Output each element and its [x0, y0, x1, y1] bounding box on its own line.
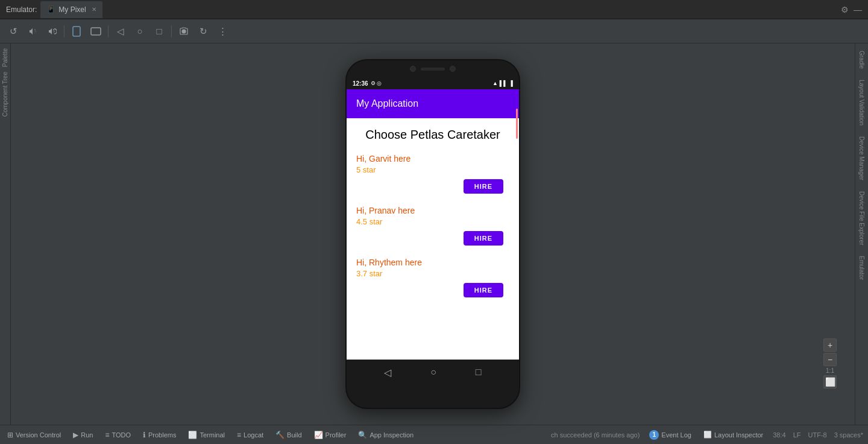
zoom-in-button[interactable]: +: [823, 338, 837, 352]
device-tab-name: My Pixel: [58, 5, 86, 14]
caretaker-item-1: Hi, Garvit here 5 star HIRE: [356, 154, 509, 194]
caretaker-name-1: Hi, Garvit here: [356, 154, 509, 163]
layout-validation-label[interactable]: Layout Validation: [857, 75, 866, 130]
rotate-left-button[interactable]: ↺: [5, 23, 22, 40]
sensor-dot: [450, 66, 456, 72]
version-control-label: Version Control: [16, 431, 61, 439]
app-inspection-tab[interactable]: 🔍 App Inspection: [356, 430, 416, 440]
separator-3: [171, 25, 172, 37]
volume-up-button[interactable]: [43, 23, 60, 40]
hire-btn-row-2: HIRE: [356, 231, 509, 246]
emulator-side-label[interactable]: Emulator: [857, 251, 866, 285]
gradle-label[interactable]: Gradle: [857, 46, 866, 74]
logcat-tab[interactable]: ≡ Logcat: [234, 430, 266, 440]
signal-icon: ▌▌: [500, 80, 508, 86]
event-log-badge: 1: [649, 430, 659, 440]
settings-icon[interactable]: ⚙: [841, 5, 849, 14]
landscape-button[interactable]: [87, 23, 104, 40]
hire-button-1[interactable]: HIRE: [464, 179, 503, 194]
minimize-icon[interactable]: —: [854, 5, 862, 14]
status-time: 12:36: [353, 80, 368, 87]
run-tab[interactable]: ▶ Run: [71, 430, 95, 440]
status-icons-right: ▲ ▌▌ ▐: [492, 80, 513, 86]
device-tab[interactable]: 📱 My Pixel ✕: [40, 1, 102, 18]
build-label: Build: [287, 431, 301, 439]
problems-label: Problems: [148, 431, 176, 439]
build-icon: 🔨: [275, 431, 285, 439]
right-sidebar: Gradle Layout Validation Device Manager …: [855, 43, 868, 425]
app-bar: My Application: [347, 89, 519, 118]
component-tree-label[interactable]: Component Tree: [1, 69, 10, 119]
palette-label[interactable]: Palette: [1, 46, 10, 69]
top-bar-right: ⚙ —: [841, 5, 862, 14]
layout-inspector-icon: ⬜: [703, 431, 712, 439]
caretaker-name-3: Hi, Rhythem here: [356, 258, 509, 267]
left-sidebar: Palette Component Tree: [0, 43, 11, 425]
line-ending: LF: [793, 431, 801, 439]
build-tab[interactable]: 🔨 Build: [273, 430, 304, 440]
problems-tab[interactable]: ℹ Problems: [140, 430, 178, 440]
volume-down-button[interactable]: [24, 23, 41, 40]
battery-icon: ▐: [509, 80, 513, 86]
status-circle: ◎: [377, 80, 382, 86]
run-icon: ▶: [73, 431, 78, 439]
hire-button-3[interactable]: HIRE: [464, 283, 503, 297]
app-title: My Application: [356, 98, 418, 109]
caretaker-item-2: Hi, Pranav here 4.5 star HIRE: [356, 206, 509, 246]
device-file-explorer-label[interactable]: Device File Explorer: [857, 186, 866, 250]
separator-1: [64, 25, 64, 37]
wifi-icon: ▲: [492, 80, 498, 86]
close-tab-icon[interactable]: ✕: [92, 6, 96, 13]
zoom-ratio-label: 1:1: [823, 367, 837, 374]
scroll-indicator: [516, 109, 518, 139]
status-bar: 12:36 ⚙ ◎ ▲ ▌▌ ▐: [347, 77, 519, 89]
home-button[interactable]: ○: [131, 23, 148, 40]
recents-button[interactable]: □: [151, 23, 168, 40]
phone-nav-bar: ◁ ○ □: [347, 360, 519, 385]
profiler-icon: 📈: [314, 431, 323, 439]
logcat-label: Logcat: [244, 431, 263, 439]
hire-button-2[interactable]: HIRE: [464, 231, 503, 246]
todo-label: TODO: [112, 431, 131, 439]
event-log-tab[interactable]: 1 Event Log: [647, 429, 694, 441]
terminal-icon: ⬜: [188, 431, 197, 439]
terminal-tab[interactable]: ⬜ Terminal: [186, 430, 227, 440]
device-manager-label[interactable]: Device Manager: [857, 132, 866, 185]
recents-nav-phone[interactable]: □: [476, 367, 482, 378]
phone-top-bezel: [347, 60, 519, 77]
profiler-tab[interactable]: 📈 Profiler: [312, 430, 349, 440]
fit-screen-button[interactable]: ⬜: [823, 375, 837, 388]
caretaker-name-2: Hi, Pranav here: [356, 206, 509, 215]
todo-icon: ≡: [105, 431, 109, 439]
more-options-button[interactable]: ⋮: [214, 23, 231, 40]
version-control-tab[interactable]: ⊞ Version Control: [5, 430, 63, 440]
caretaker-rating-2: 4.5 star: [356, 217, 509, 226]
zoom-controls: + − 1:1 ⬜: [823, 338, 837, 388]
todo-tab[interactable]: ≡ TODO: [102, 430, 133, 440]
phone-device: 12:36 ⚙ ◎ ▲ ▌▌ ▐ My Application Choose P…: [345, 59, 520, 409]
bottom-right: ch succeeded (6 minutes ago) 1 Event Log…: [551, 429, 863, 441]
emulator-toolbar: ↺ ◁ ○ □ ↻ ⋮: [0, 19, 868, 43]
problems-icon: ℹ: [143, 431, 146, 439]
svg-rect-0: [73, 27, 80, 36]
indent-info: 3 spaces*: [834, 431, 863, 439]
speaker-grille: [421, 68, 445, 71]
layout-inspector-tab[interactable]: ⬜ Layout Inspector: [701, 430, 766, 440]
event-log-label: Event Log: [661, 431, 691, 439]
caretaker-rating-3: 3.7 star: [356, 269, 509, 278]
screenshot-button[interactable]: [175, 23, 192, 40]
home-nav-phone[interactable]: ○: [430, 367, 436, 378]
bottom-bar: ⊞ Version Control ▶ Run ≡ TODO ℹ Problem…: [0, 425, 868, 444]
svg-rect-1: [91, 28, 101, 35]
app-content: Choose Petlas Caretaker Hi, Garvit here …: [347, 118, 519, 360]
zoom-out-button[interactable]: −: [823, 353, 837, 366]
top-bar: Emulator: 📱 My Pixel ✕ ⚙ —: [0, 0, 868, 19]
cursor-position: 38:4: [773, 431, 785, 439]
app-inspection-icon: 🔍: [358, 431, 367, 439]
emulator-label-area: Emulator: 📱 My Pixel ✕: [6, 1, 102, 18]
version-control-icon: ⊞: [7, 431, 13, 439]
back-nav-phone[interactable]: ◁: [384, 367, 391, 378]
portrait-button[interactable]: [68, 23, 85, 40]
back-button[interactable]: ◁: [112, 23, 129, 40]
back-nav-button[interactable]: ↻: [195, 23, 212, 40]
